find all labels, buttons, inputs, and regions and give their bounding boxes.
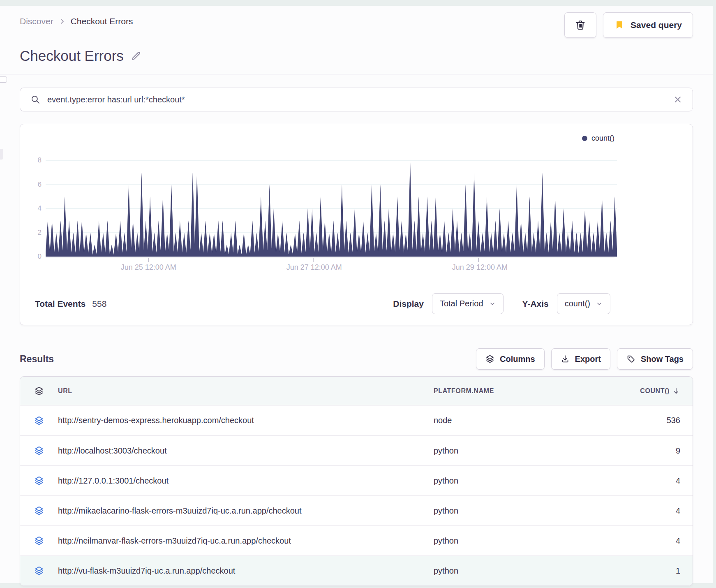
column-header-url[interactable]: URL [58,387,434,395]
results-table: URL PLATFORM.NAME COUNT() http://sentry-… [20,376,693,586]
table-body: http://sentry-demos-express.herokuapp.co… [20,405,693,586]
chart-footer: Total Events 558 Display Total Period Y-… [20,284,693,325]
total-events-value: 558 [92,299,106,309]
row-layers-icon[interactable] [20,506,58,516]
columns-button[interactable]: Columns [476,348,545,370]
sidebar-collapse-handle[interactable] [0,76,7,83]
y-tick-label: 4 [38,204,42,213]
breadcrumb-current: Checkout Errors [71,16,133,26]
x-tick-mark [148,258,149,262]
count-cell[interactable]: 9 [598,446,680,456]
delete-query-button[interactable] [564,12,596,38]
display-label: Display [393,299,424,309]
saved-query-label: Saved query [631,20,682,30]
clear-search-icon[interactable] [673,95,683,104]
page-header: Discover Checkout Errors Saved query [20,6,693,38]
header-divider [0,74,713,74]
chart-legend[interactable]: count() [27,133,614,143]
row-layers-icon[interactable] [20,476,58,486]
sort-desc-icon [672,387,680,395]
x-axis-tick-labels: Jun 25 12:00 AMJun 27 12:00 AMJun 29 12:… [46,263,617,277]
breadcrumb: Discover Checkout Errors [20,12,133,26]
chart-plot [46,147,614,258]
export-button[interactable]: Export [551,348,610,370]
column-header-platform[interactable]: PLATFORM.NAME [434,387,598,395]
url-cell[interactable]: http://sentry-demos-express.herokuapp.co… [58,416,434,425]
table-row: http://localhost:3003/checkout python 9 [20,435,693,465]
table-row: http://127.0.0.1:3001/checkout python 4 [20,465,693,495]
row-layers-icon[interactable] [20,446,58,456]
show-tags-button-label: Show Tags [641,354,684,364]
page-title: Checkout Errors [20,48,124,64]
url-cell[interactable]: http://localhost:3003/checkout [58,446,434,456]
chevron-down-icon [489,301,496,307]
y-tick-label: 6 [38,181,42,189]
display-select[interactable]: Total Period [432,293,504,314]
row-layers-icon[interactable] [20,566,58,576]
count-cell[interactable]: 4 [598,506,680,516]
chevron-right-icon [58,18,66,25]
count-cell[interactable]: 4 [598,536,680,546]
url-cell[interactable]: http://vu-flask-m3uuizd7iq-uc.a.run.app/… [58,566,434,576]
column-header-count-label: COUNT() [640,387,670,395]
header-actions: Saved query [564,12,693,38]
trash-icon [574,19,587,31]
platform-cell[interactable]: python [434,536,598,546]
yaxis-select[interactable]: count() [557,293,610,314]
edit-pencil-icon[interactable] [130,50,142,62]
chart-area: count() 02468 Jun 25 12:00 AMJun 27 12:0… [20,124,693,284]
column-header-count[interactable]: COUNT() [598,387,680,395]
search-input[interactable] [47,95,666,104]
breadcrumb-discover[interactable]: Discover [20,16,53,26]
y-tick-label: 8 [38,156,42,164]
url-cell[interactable]: http://mikaelacarino-flask-errors-m3uuiz… [58,506,434,516]
row-layers-icon[interactable] [20,536,58,546]
table-row: http://mikaelacarino-flask-errors-m3uuiz… [20,495,693,525]
row-layers-icon[interactable] [20,416,58,426]
y-axis-labels: 02468 [27,147,46,258]
total-events-label: Total Events [35,299,85,309]
discover-page: Discover Checkout Errors Saved query [0,6,713,583]
url-cell[interactable]: http://127.0.0.1:3001/checkout [58,476,434,486]
platform-cell[interactable]: python [434,566,598,576]
download-icon [561,354,570,363]
yaxis-label: Y-Axis [522,299,549,309]
x-tick-mark [478,258,479,262]
yaxis-value: count() [565,299,590,308]
sidebar-edge-mark [0,149,3,160]
table-row: http://vu-flask-m3uuizd7iq-uc.a.run.app/… [20,556,693,586]
x-axis-line [46,257,614,257]
results-heading: Results [20,354,54,365]
columns-button-label: Columns [500,354,535,364]
saved-query-button[interactable]: Saved query [603,12,693,38]
chevron-down-icon [596,301,603,307]
header-layers-icon[interactable] [20,386,58,396]
show-tags-button[interactable]: Show Tags [617,348,693,370]
platform-cell[interactable]: python [434,506,598,516]
url-cell[interactable]: http://neilmanvar-flask-errors-m3uuizd7i… [58,536,434,546]
legend-dot [582,136,587,141]
chart-svg [46,147,617,258]
platform-cell[interactable]: python [434,476,598,486]
y-tick-label: 0 [38,252,42,261]
search-bar [20,88,693,111]
events-chart-panel: count() 02468 Jun 25 12:00 AMJun 27 12:0… [20,124,693,325]
x-tick-mark [313,258,314,262]
count-cell[interactable]: 536 [598,416,680,425]
x-tick-label: Jun 29 12:00 AM [452,263,508,272]
search-icon [30,94,41,105]
count-cell[interactable]: 1 [598,566,680,576]
x-tick-label: Jun 25 12:00 AM [121,263,176,272]
x-tick-label: Jun 27 12:00 AM [286,263,342,272]
platform-cell[interactable]: node [434,416,598,425]
count-cell[interactable]: 4 [598,476,680,486]
table-row: http://sentry-demos-express.herokuapp.co… [20,405,693,435]
legend-label: count() [591,134,614,143]
table-header-row: URL PLATFORM.NAME COUNT() [20,377,693,405]
export-button-label: Export [575,354,601,364]
platform-cell[interactable]: python [434,446,598,456]
table-row: http://neilmanvar-flask-errors-m3uuizd7i… [20,525,693,556]
tag-icon [626,354,635,363]
bookmark-icon [614,20,625,30]
layers-icon [485,354,494,363]
